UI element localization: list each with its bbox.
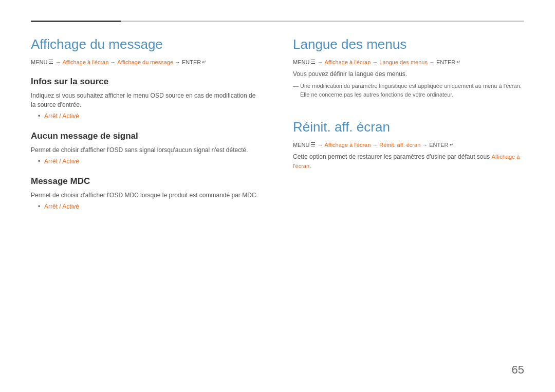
enter-icon-reinit: ↵ <box>450 142 454 147</box>
arrow3-langue: → <box>429 59 435 65</box>
description-aucun: Permet de choisir d'afficher l'OSD sans … <box>31 145 262 155</box>
link1-reinit: Affichage à l'écran <box>324 142 371 148</box>
arrow3-reinit: → <box>422 142 428 148</box>
arrow2-langue: → <box>372 59 378 65</box>
description-infos: Indiquez si vous souhaitez afficher le m… <box>31 91 262 109</box>
arrow3-left: → <box>175 59 180 65</box>
subsection-infos-source: Infos sur la source Indiquez si vous sou… <box>31 77 262 120</box>
menu-icon-langue: ☰ <box>310 59 316 65</box>
arrow2-left: → <box>110 59 116 65</box>
link2-langue: Langue des menus <box>379 59 428 65</box>
enter-icon-langue: ↵ <box>456 59 460 65</box>
reinit-desc-start: Cette option permet de restaurer les par… <box>293 153 492 160</box>
list-item-aucun: Arrêt / Activé <box>39 158 262 165</box>
description-mdc: Permet de choisir d'afficher l'OSD MDC l… <box>31 191 262 200</box>
reinit-desc-end: . <box>309 162 311 170</box>
menu-text-reinit: MENU <box>293 142 309 148</box>
enter-icon-left: ↵ <box>202 59 206 65</box>
divider-dark <box>31 21 121 22</box>
subsection-title-aucun: Aucun message de signal <box>31 131 262 141</box>
menu-text-langue: MENU <box>293 59 309 65</box>
langue-note-text: Une modification du paramètre linguistiq… <box>300 83 522 98</box>
langue-description: Vous pouvez définir la langue des menus. <box>293 69 524 79</box>
page-number: 65 <box>512 363 524 377</box>
list-item-infos: Arrêt / Activé <box>39 113 262 120</box>
enter-left: ENTER <box>182 59 201 65</box>
langue-menu-path: MENU ☰ → Affichage à l'écran → Langue de… <box>293 59 524 65</box>
menu-text-left: MENU <box>31 59 47 65</box>
reinit-description: Cette option permet de restaurer les par… <box>293 152 524 171</box>
arrow1-langue: → <box>317 59 323 65</box>
menu-icon-left: ☰ <box>48 59 53 65</box>
divider-light <box>121 21 524 22</box>
option-link-infos: Arrêt / Activé <box>44 113 79 120</box>
subsection-aucun-message: Aucun message de signal Permet de choisi… <box>31 131 262 165</box>
left-section-title: Affichage du message <box>31 36 262 52</box>
enter-reinit: ENTER <box>429 142 448 148</box>
top-dividers <box>31 21 524 22</box>
reinit-title: Réinit. aff. écran <box>293 119 524 135</box>
reinit-menu-path: MENU ☰ → Affichage à l'écran → Réinit. a… <box>293 141 524 148</box>
left-menu-path: MENU ☰ → Affichage à l'écran → Affichage… <box>31 59 262 65</box>
subsection-title-infos: Infos sur la source <box>31 77 262 87</box>
options-list-mdc: Arrêt / Activé <box>31 203 262 210</box>
enter-langue: ENTER <box>436 59 455 65</box>
options-list-aucun: Arrêt / Activé <box>31 158 262 165</box>
subsection-message-mdc: Message MDC Permet de choisir d'afficher… <box>31 176 262 210</box>
options-list-infos: Arrêt / Activé <box>31 113 262 120</box>
menu-icon-reinit: ☰ <box>310 141 316 148</box>
langue-note: Une modification du paramètre linguistiq… <box>293 82 524 99</box>
right-column: Langue des menus MENU ☰ → Affichage à l'… <box>293 36 524 371</box>
langue-title: Langue des menus <box>293 36 524 52</box>
link2-left: Affichage du message <box>117 59 173 65</box>
main-content: Affichage du message MENU ☰ → Affichage … <box>31 36 524 371</box>
arrow2-reinit: → <box>372 142 378 148</box>
option-link-aucun: Arrêt / Activé <box>44 158 79 165</box>
link1-left: Affichage à l'écran <box>62 59 108 65</box>
page-container: Affichage du message MENU ☰ → Affichage … <box>0 0 555 392</box>
subsection-title-mdc: Message MDC <box>31 176 262 186</box>
left-column: Affichage du message MENU ☰ → Affichage … <box>31 36 262 371</box>
reinit-section: Réinit. aff. écran MENU ☰ → Affichage à … <box>293 119 524 171</box>
option-link-mdc: Arrêt / Activé <box>44 203 79 210</box>
arrow1-left: → <box>55 59 61 65</box>
link2-reinit: Réinit. aff. écran <box>379 142 420 148</box>
arrow1-reinit: → <box>317 142 323 148</box>
langue-section: Langue des menus MENU ☰ → Affichage à l'… <box>293 36 524 99</box>
link1-langue: Affichage à l'écran <box>324 59 371 65</box>
list-item-mdc: Arrêt / Activé <box>39 203 262 210</box>
